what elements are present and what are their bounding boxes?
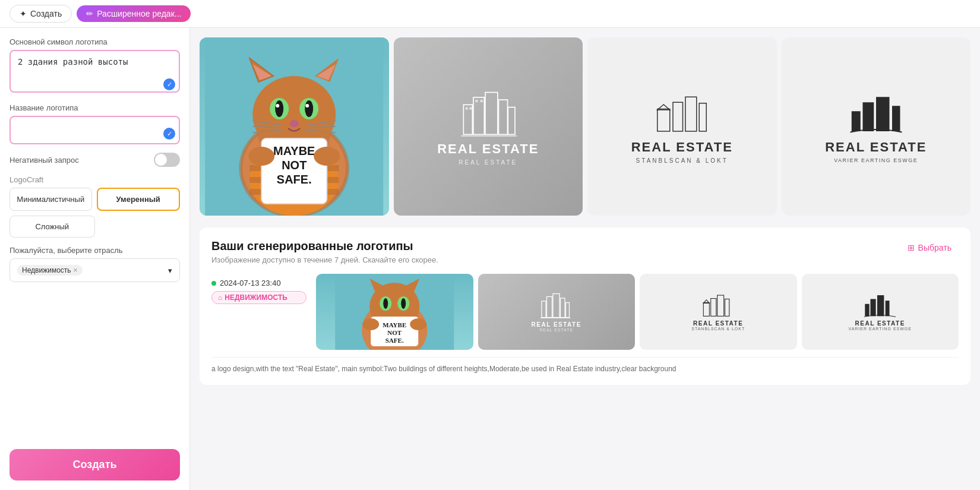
svg-rect-70 [542, 301, 546, 318]
thumb-1[interactable]: MAYBE NOT SAFE. [316, 274, 473, 350]
select-button[interactable]: ⊞ Выбрать [900, 239, 959, 256]
svg-rect-40 [508, 107, 515, 134]
svg-rect-73 [560, 298, 565, 318]
name-input[interactable]: Real Estate [10, 116, 180, 144]
create-button[interactable]: Создать [10, 449, 180, 480]
svg-point-62 [383, 298, 388, 309]
svg-rect-74 [565, 302, 569, 317]
history-entry: 2024-07-13 23:40 ⌂ НЕДВИЖИМОСТЬ [211, 274, 959, 350]
moderate-button[interactable]: Умеренный [97, 188, 181, 211]
svg-rect-84 [886, 301, 890, 316]
svg-rect-52 [862, 102, 874, 131]
thumb2-title: REAL ESTATE [532, 321, 581, 328]
generated-title: Ваши сгенерированные логотипы [211, 239, 438, 253]
complex-button[interactable]: Сложный [10, 216, 95, 238]
industry-label: Пожалуйста, выберите отрасль [10, 246, 180, 255]
logocraft-btn-row: Минималистичный Умеренный [10, 188, 180, 211]
svg-point-22 [305, 104, 309, 108]
thumb2-svg [539, 292, 574, 319]
svg-rect-51 [852, 111, 861, 131]
chevron-down-icon: ▾ [168, 266, 172, 275]
industry-tag-text: Недвижимость [22, 266, 71, 274]
thumb-4[interactable]: REAL ESTATE VARIER EARTING ESWGE [802, 274, 959, 350]
thumb4-svg [864, 293, 896, 318]
logocraft-buttons: Минималистичный Умеренный Сложный [10, 188, 180, 238]
symbol-label: Основной символ логотипа [10, 37, 180, 46]
svg-text:SAFE.: SAFE. [277, 173, 312, 186]
thumb3-svg [702, 293, 735, 318]
name-field-group: Название логотипа Real Estate ✓ [10, 103, 180, 144]
negative-toggle[interactable] [154, 153, 180, 167]
sidebar: Основной символ логотипа 2 здания разной… [0, 28, 190, 490]
svg-rect-79 [717, 295, 723, 316]
top-nav: ✦ Создать ✏ Расширенное редак... [0, 0, 980, 28]
svg-rect-78 [710, 299, 716, 317]
generated-header: Ваши сгенерированные логотипы Изображени… [211, 239, 959, 264]
industry-dropdown[interactable]: Недвижимость × ▾ [10, 258, 180, 282]
hero-card-1[interactable]: MAYBE NOT SAFE. [200, 37, 389, 216]
svg-text:NOT: NOT [282, 159, 306, 172]
hero-logo2-title: REAL ESTATE [437, 141, 539, 157]
thumb2-subtitle: REAL ESTATE [532, 328, 581, 332]
name-check-icon: ✓ [163, 128, 175, 140]
svg-rect-54 [892, 106, 900, 131]
svg-point-68 [362, 318, 379, 330]
create-nav-icon: ✦ [20, 9, 27, 18]
thumb-2[interactable]: REAL ESTATE REAL ESTATE [478, 274, 636, 350]
name-label: Название логотипа [10, 103, 180, 112]
svg-rect-82 [871, 299, 876, 316]
svg-rect-72 [553, 293, 559, 317]
svg-rect-81 [865, 304, 870, 317]
svg-point-69 [410, 318, 426, 330]
symbol-input[interactable]: 2 здания разной высоты [10, 50, 180, 93]
thumb3-subtitle: STANBLSCAN & LOKT [691, 327, 745, 331]
symbol-check-icon: ✓ [163, 78, 175, 90]
industry-tag-remove[interactable]: × [74, 266, 78, 274]
negative-toggle-row: Негативный запрос [10, 153, 180, 167]
hero-card-2[interactable]: REAL ESTATE REAL ESTATE [394, 37, 583, 216]
thumb-cat-svg: MAYBE NOT SAFE. [316, 274, 473, 350]
industry-section: Пожалуйста, выберите отрасль Недвижимост… [10, 246, 180, 282]
svg-rect-48 [673, 102, 683, 131]
advanced-nav-label: Расширенное редак... [97, 9, 181, 18]
industry-tag: Недвижимость × [17, 265, 83, 276]
thumb4-title: REAL ESTATE [849, 320, 912, 327]
create-nav-button[interactable]: ✦ Создать [10, 5, 72, 23]
hero-logo3-title: REAL ESTATE [631, 140, 733, 155]
svg-rect-39 [498, 100, 507, 134]
industry-tag-text: НЕДВИЖИМОСТЬ [225, 293, 287, 302]
prompt-text: a logo design,with the text "Real Estate… [211, 357, 959, 373]
history-meta: 2024-07-13 23:40 ⌂ НЕДВИЖИМОСТЬ [211, 274, 306, 304]
logo2-buildings-svg [459, 88, 518, 141]
history-date: 2024-07-13 23:40 [211, 279, 306, 287]
svg-rect-83 [877, 295, 884, 316]
advanced-nav-icon: ✏ [86, 9, 93, 18]
cat-illustration: MAYBE NOT SAFE. [200, 37, 389, 216]
logo4-buildings-svg [849, 90, 903, 137]
industry-icon: ⌂ [218, 293, 222, 302]
svg-rect-42 [469, 107, 472, 109]
svg-rect-76 [703, 302, 709, 316]
svg-rect-38 [485, 92, 498, 134]
hero-card-4[interactable]: REAL ESTATE VARIER EARTING ESWGE [782, 37, 971, 216]
content-area: MAYBE NOT SAFE. [190, 28, 980, 490]
svg-point-34 [248, 147, 274, 166]
svg-point-63 [401, 298, 406, 309]
create-nav-label: Создать [30, 9, 62, 18]
minimal-button[interactable]: Минималистичный [10, 188, 92, 211]
hero-grid: MAYBE NOT SAFE. [200, 37, 970, 216]
logocraft-section: LogoCraft Минималистичный Умеренный Слож… [10, 175, 180, 238]
svg-rect-44 [480, 100, 482, 102]
svg-rect-71 [546, 296, 552, 317]
svg-rect-37 [473, 97, 484, 134]
svg-text:SAFE.: SAFE. [385, 337, 404, 344]
svg-rect-49 [685, 97, 697, 131]
negative-label: Негативный запрос [10, 156, 79, 165]
generated-section: Ваши сгенерированные логотипы Изображени… [200, 227, 970, 385]
status-dot [211, 281, 216, 286]
svg-rect-53 [876, 97, 890, 131]
thumb-3[interactable]: REAL ESTATE STANBLSCAN & LOKT [640, 274, 797, 350]
advanced-nav-button[interactable]: ✏ Расширенное редак... [77, 5, 191, 22]
hero-logo2-subtitle: REAL ESTATE [437, 159, 539, 166]
hero-card-3[interactable]: REAL ESTATE STANBLSCAN & LOKT [587, 37, 777, 216]
